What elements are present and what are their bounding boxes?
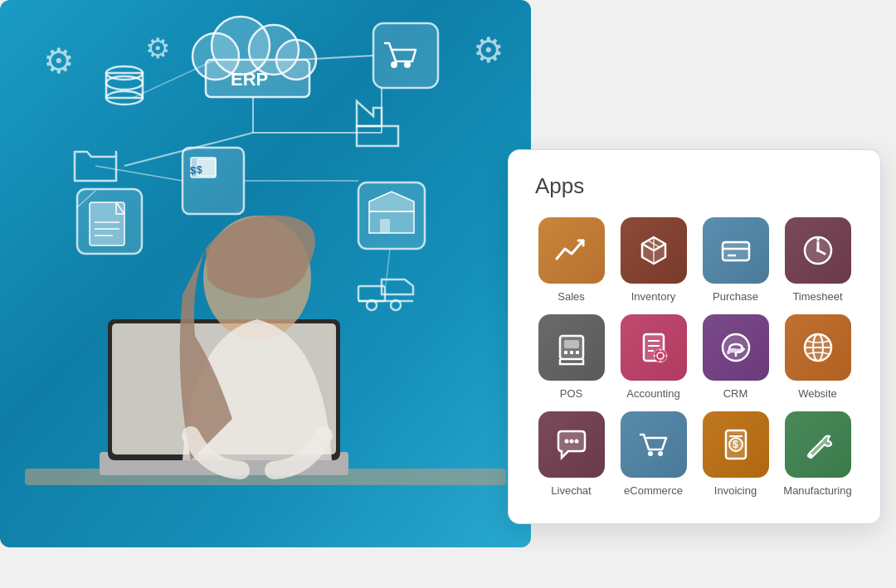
svg-point-6 — [106, 76, 143, 90]
app-label-crm: CRM — [723, 387, 748, 400]
app-item-accounting[interactable]: Accounting — [617, 314, 689, 400]
apps-grid: Sales Inventory — [535, 217, 854, 497]
svg-rect-57 — [564, 351, 567, 354]
svg-point-15 — [404, 61, 411, 68]
svg-text:ERP: ERP — [231, 69, 268, 90]
svg-text:$: $ — [733, 439, 738, 450]
app-item-ecommerce[interactable]: eCommerce — [617, 411, 689, 497]
app-item-website[interactable]: Website — [782, 314, 854, 400]
app-icon-manufacturing — [785, 411, 851, 478]
app-item-invoicing[interactable]: $ Invoicing — [699, 411, 772, 497]
apps-panel-title: Apps — [535, 173, 854, 199]
app-icon-accounting — [621, 314, 687, 381]
svg-point-53 — [816, 249, 820, 252]
background-image: ⚙ ⚙ ⚙ ERP $ $ — [0, 0, 531, 547]
app-item-livechat[interactable]: Livechat — [535, 411, 607, 497]
app-icon-crm — [703, 314, 769, 381]
svg-rect-59 — [576, 351, 579, 354]
svg-point-78 — [658, 451, 663, 456]
app-icon-purchase — [703, 217, 769, 284]
svg-rect-49 — [723, 242, 749, 260]
app-icon-livechat — [538, 411, 605, 478]
app-item-crm[interactable]: CRM — [699, 314, 772, 400]
app-label-livechat: Livechat — [551, 484, 591, 497]
svg-rect-56 — [564, 340, 579, 348]
app-icon-website — [785, 314, 851, 381]
svg-point-75 — [569, 440, 573, 444]
svg-point-76 — [574, 440, 578, 444]
svg-rect-27 — [357, 126, 398, 146]
app-item-sales[interactable]: Sales — [535, 217, 607, 303]
svg-rect-13 — [373, 23, 438, 88]
app-label-purchase: Purchase — [713, 290, 758, 303]
svg-text:⚙: ⚙ — [473, 31, 504, 70]
app-icon-invoicing: $ — [703, 411, 769, 478]
app-icon-timesheet — [785, 217, 851, 284]
svg-point-74 — [564, 440, 568, 444]
app-label-invoicing: Invoicing — [714, 484, 757, 497]
svg-point-77 — [648, 451, 653, 456]
app-item-pos[interactable]: POS — [535, 314, 607, 400]
app-label-sales: Sales — [558, 290, 585, 303]
svg-text:⚙: ⚙ — [145, 32, 170, 64]
svg-point-14 — [391, 61, 397, 68]
app-icon-sales — [538, 217, 605, 284]
app-icon-pos — [538, 314, 605, 381]
app-label-pos: POS — [560, 387, 582, 400]
app-label-accounting: Accounting — [626, 387, 679, 400]
app-label-ecommerce: eCommerce — [624, 484, 683, 497]
app-label-website: Website — [798, 387, 837, 400]
apps-panel: Apps Sales Inventory — [508, 149, 881, 524]
app-label-timesheet: Timesheet — [792, 290, 842, 303]
app-label-inventory: Inventory — [631, 290, 675, 303]
svg-point-83 — [809, 454, 812, 457]
app-icon-ecommerce — [621, 411, 687, 478]
svg-text:⚙: ⚙ — [43, 41, 75, 80]
app-item-timesheet[interactable]: Timesheet — [782, 217, 854, 303]
svg-rect-58 — [570, 351, 573, 354]
app-label-manufacturing: Manufacturing — [783, 484, 851, 497]
app-icon-inventory — [621, 217, 687, 284]
app-item-manufacturing[interactable]: Manufacturing — [782, 411, 854, 497]
app-item-inventory[interactable]: Inventory — [617, 217, 689, 303]
svg-line-19 — [133, 60, 216, 98]
svg-point-64 — [654, 349, 667, 362]
app-item-purchase[interactable]: Purchase — [699, 217, 772, 303]
